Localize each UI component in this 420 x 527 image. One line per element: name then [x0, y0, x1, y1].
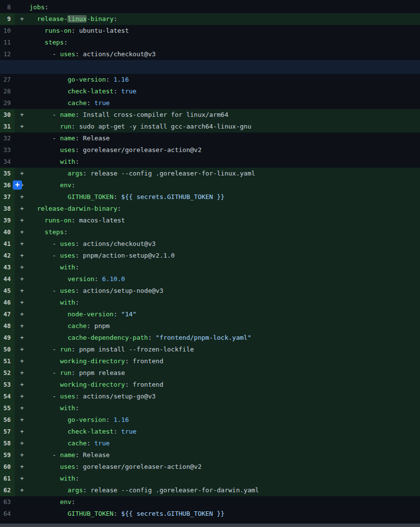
code-segment: : [106, 416, 114, 423]
line-number[interactable]: 52 [0, 367, 15, 379]
diff-marker [15, 508, 29, 520]
code-segment [29, 181, 60, 189]
code-segment: goreleaser/goreleaser-action@v2 [83, 146, 202, 154]
line-number[interactable]: 32 [0, 132, 15, 144]
line-number[interactable]: 30 [0, 109, 15, 121]
line-number[interactable]: 60 [0, 461, 15, 473]
code-line: - name: Release [29, 449, 420, 461]
code-segment: : [75, 404, 79, 412]
line-number[interactable]: 47 [0, 308, 15, 320]
code-segment [29, 498, 60, 505]
code-segment: release-darwin-binary [37, 205, 117, 212]
diff-marker: + [15, 262, 29, 273]
code-segment [29, 39, 44, 46]
code-segment: : [75, 264, 79, 271]
line-number[interactable]: 57 [0, 426, 15, 438]
diff-marker: + [15, 226, 29, 238]
expand-lines-row[interactable] [0, 60, 420, 74]
code-segment [29, 193, 67, 200]
code-segment: : [75, 287, 83, 294]
line-number[interactable]: 37 [0, 191, 15, 203]
diff-row: 44+ version: 6.10.0 [0, 273, 420, 285]
code-segment: working-directory [60, 357, 125, 365]
code-segment: : [75, 475, 79, 482]
line-number[interactable]: 35 [0, 168, 15, 179]
line-number[interactable]: 54 [0, 391, 15, 402]
diff-marker: + [15, 191, 29, 203]
code-segment: runs-on [44, 217, 71, 224]
code-line: with: [29, 473, 420, 484]
code-segment: with [60, 158, 75, 165]
line-number[interactable]: 40 [0, 226, 15, 238]
diff-row: 46+ with: [0, 297, 420, 308]
line-number[interactable]: 62 [0, 484, 15, 496]
line-number[interactable]: 12 [0, 48, 15, 60]
diff-row: 47+ node-version: "14" [0, 308, 420, 320]
line-number[interactable]: 63 [0, 496, 15, 508]
line-number[interactable]: 33 [0, 144, 15, 156]
line-number[interactable]: 44 [0, 273, 15, 285]
code-segment: true [121, 88, 136, 95]
diff-marker: + [15, 426, 29, 438]
code-segment: with [60, 299, 75, 306]
line-number[interactable]: 56 [0, 414, 15, 426]
code-segment [29, 416, 67, 423]
diff-row: 9+ release-linux-binary: [0, 13, 420, 25]
code-segment: GITHUB_TOKEN [67, 510, 113, 517]
line-number[interactable]: 28 [0, 86, 15, 97]
code-segment: ${{ secrets.GITHUB_TOKEN }} [121, 510, 224, 517]
code-segment: Release [83, 451, 110, 459]
code-segment: jobs [29, 3, 44, 11]
code-segment: actions/checkout@v3 [83, 50, 156, 58]
add-comment-button[interactable]: + [13, 180, 22, 190]
word-highlight: linux [67, 15, 87, 22]
diff-marker [15, 74, 29, 86]
code-line: run: sudo apt-get -y install gcc-aarch64… [29, 121, 420, 132]
line-number[interactable]: 45 [0, 285, 15, 297]
code-line: - uses: actions/checkout@v3 [29, 48, 420, 60]
line-number[interactable]: 48 [0, 320, 15, 332]
diff-row: 54+ - uses: actions/setup-go@v3 [0, 391, 420, 402]
line-number[interactable]: 61 [0, 473, 15, 484]
code-segment: release --config .goreleaser-for-darwin.… [90, 486, 259, 494]
diff-marker: + [15, 367, 29, 379]
diff-marker: + [15, 391, 29, 402]
code-segment: : [71, 498, 75, 505]
code-segment: 1.16 [113, 416, 129, 423]
code-line: - name: Install cross-compiler for linux… [29, 109, 420, 121]
diff-marker [15, 25, 29, 37]
line-number[interactable]: 29 [0, 97, 15, 109]
line-number[interactable]: 41 [0, 238, 15, 250]
code-line: runs-on: ubuntu-latest [29, 25, 420, 37]
line-number[interactable]: 58 [0, 438, 15, 449]
line-number[interactable]: 11 [0, 37, 15, 48]
code-segment: frontend [133, 357, 163, 365]
code-line: uses: goreleaser/goreleaser-action@v2 [29, 144, 420, 156]
code-line: - run: pnpm install --frozen-lockfile [29, 344, 420, 355]
line-number[interactable]: 9 [0, 13, 15, 25]
code-segment: : [113, 310, 121, 318]
code-segment: uses [60, 146, 75, 154]
diff-marker: + [15, 250, 29, 262]
code-segment: cache [67, 99, 87, 107]
line-number[interactable]: 38 [0, 203, 15, 215]
line-number[interactable]: 10 [0, 25, 15, 37]
line-number[interactable]: 64 [0, 508, 15, 520]
line-number[interactable]: 55 [0, 402, 15, 414]
line-number[interactable]: 49 [0, 332, 15, 344]
line-number[interactable]: 27 [0, 74, 15, 86]
code-segment: : [44, 3, 48, 11]
line-number[interactable]: 46 [0, 297, 15, 308]
line-number[interactable]: 59 [0, 449, 15, 461]
diff-row: 49+ cache-dependency-path: "frontend/pnp… [0, 332, 420, 344]
diff-marker: + [15, 285, 29, 297]
line-number[interactable]: 50 [0, 344, 15, 355]
line-number[interactable]: 42 [0, 250, 15, 262]
line-number[interactable]: 43 [0, 262, 15, 273]
line-number[interactable]: 34 [0, 156, 15, 168]
line-number[interactable]: 51 [0, 355, 15, 367]
line-number[interactable]: 39 [0, 215, 15, 226]
line-number[interactable]: 31 [0, 121, 15, 132]
line-number[interactable]: 8 [0, 1, 15, 13]
line-number[interactable]: 53 [0, 379, 15, 391]
